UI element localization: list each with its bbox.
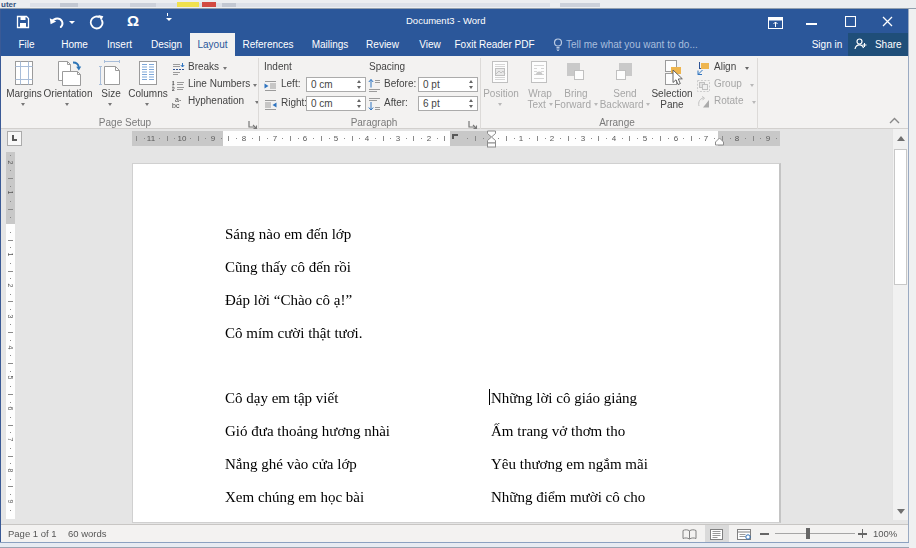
svg-text:bc: bc: [172, 102, 180, 109]
svg-text:2: 2: [172, 86, 175, 92]
